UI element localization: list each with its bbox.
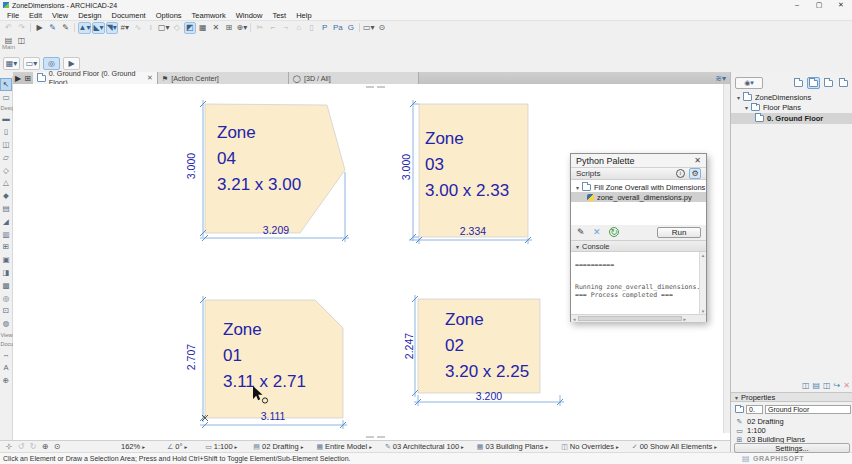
toolbox-tool[interactable]: ↔	[0, 348, 12, 361]
statusbar-dropdown[interactable]: ▤ 02 Drafting ▸	[253, 442, 303, 451]
caret-down-icon[interactable]: ▾	[737, 94, 740, 101]
tab-overview-dropdown[interactable]: ≋▾	[715, 74, 726, 83]
toolbar-icon[interactable]: ✂	[254, 22, 266, 34]
toolbar-icon[interactable]: ≀	[145, 22, 157, 34]
toolbar-icon[interactable]: ✎	[60, 22, 72, 34]
info-icon[interactable]: i	[676, 169, 685, 178]
menu-item[interactable]: View	[47, 11, 73, 20]
scale-row[interactable]: ▭ 1:100	[731, 426, 852, 435]
dim-zone03-width[interactable]: 2.334	[460, 225, 486, 237]
toolbox-tool[interactable]: ▯	[0, 125, 12, 138]
tab-3d-all[interactable]: ◯ [3D / All]	[289, 72, 419, 84]
toolbar-icon[interactable]: ◫	[16, 34, 28, 46]
scroll-up-icon[interactable]: ▴	[702, 252, 705, 258]
toolbar-icon[interactable]: ◣▾	[92, 22, 104, 34]
toolbar-icon[interactable]: ▶	[34, 22, 46, 34]
statusbar-dropdown[interactable]: ▦ Entire Model ▸	[316, 442, 372, 451]
scroll-down-icon[interactable]: ▾	[702, 308, 705, 314]
toolbox-tool[interactable]: ▥	[0, 228, 12, 241]
scroll-left-icon[interactable]: ◂	[573, 316, 576, 322]
menu-item[interactable]: Test	[267, 11, 291, 20]
maximize-button[interactable]: ▢	[808, 1, 830, 9]
statusbar-tool-icon[interactable]: ↻	[27, 442, 39, 451]
zone-01-stamp[interactable]: Zone 01 3.11 x 2.71	[223, 317, 306, 395]
dim-zone02-width[interactable]: 3.200	[476, 390, 502, 402]
reload-icon[interactable]: ↻	[609, 227, 619, 237]
settings-button[interactable]: Settings...	[734, 443, 850, 453]
floor-name-field[interactable]	[765, 405, 851, 414]
tree-item-ground-floor[interactable]: 0. Ground Floor	[731, 113, 852, 124]
menu-item[interactable]: Document	[107, 11, 151, 20]
run-button[interactable]: Run	[657, 227, 701, 238]
quick-option-button[interactable]: ▭▾	[23, 57, 40, 70]
gear-icon[interactable]: ⚙	[689, 168, 701, 179]
toolbox-tool[interactable]: ▬	[0, 113, 12, 126]
console-header[interactable]: ▾ Console	[571, 240, 706, 252]
scroll-right-icon[interactable]: ▸	[684, 316, 687, 322]
toolbox-tool[interactable]: ▣	[0, 253, 12, 266]
dim-zone03-height[interactable]: 3.000	[400, 154, 412, 180]
console-horizontal-scrollbar[interactable]: ◂ ▸	[571, 314, 706, 322]
menu-item[interactable]: Teamwork	[187, 11, 231, 20]
edit-script-icon[interactable]: ✎	[577, 227, 585, 237]
statusbar-tool-icon[interactable]: ⊕	[39, 442, 51, 451]
toolbox-tool[interactable]: ⊡	[0, 305, 12, 318]
toolbox-tool[interactable]: ◇	[0, 164, 12, 177]
toolbox-tool[interactable]: ▤	[0, 202, 12, 215]
zone-03-stamp[interactable]: Zone 03 3.00 x 2.33	[425, 126, 509, 204]
zone-02-stamp[interactable]: Zone 02 3.20 x 2.25	[445, 307, 529, 385]
toolbar-icon[interactable]: ◥▾	[106, 22, 118, 34]
statusbar-tool-icon[interactable]: ⊹	[3, 442, 15, 451]
floor-number-field[interactable]	[746, 405, 763, 414]
toolbox-tool[interactable]: ▭	[0, 91, 12, 104]
toolbar-icon[interactable]: ↷	[16, 22, 28, 34]
toolbar-icon[interactable]: ⊞	[223, 22, 235, 34]
dim-zone01-width[interactable]: 3.111	[261, 410, 286, 422]
toolbox-tool[interactable]: ◎	[0, 292, 12, 305]
toolbox-tool[interactable]: ◍	[0, 317, 12, 330]
toolbox-tool[interactable]: ◫	[0, 138, 12, 151]
statusbar-dropdown[interactable]: ✓ 00 Show All Elements ▸	[632, 442, 717, 451]
statusbar-tool-icon[interactable]: ↺	[15, 442, 27, 451]
toolbar-icon[interactable]: ▯	[306, 22, 318, 34]
menu-item[interactable]: Window	[231, 11, 268, 20]
quick-option-button[interactable]: ▶	[63, 57, 80, 70]
toolbar-icon[interactable]: #▾	[119, 22, 131, 34]
pointer-icon[interactable]: ▶	[15, 74, 21, 83]
publisher-icon[interactable]	[837, 77, 850, 89]
layout-book-icon[interactable]	[822, 77, 835, 89]
tab-ground-floor[interactable]: 0. Ground Floor (0. Ground Floor) ✕	[33, 72, 158, 84]
toolbar-icon[interactable]: ⌂	[293, 22, 305, 34]
scale-dropdown[interactable]: ▭ 1:100 ▸	[205, 442, 237, 451]
toolbox-tool[interactable]: ▩	[0, 279, 12, 292]
toolbar-icon[interactable]: ∿	[132, 22, 144, 34]
close-button[interactable]: ✕	[830, 1, 852, 9]
toolbox-tool[interactable]: ▱	[0, 151, 12, 164]
properties-action-icon[interactable]: ◫	[823, 381, 831, 390]
menu-item[interactable]: Edit	[24, 11, 47, 20]
grid-icon[interactable]: ⊞	[24, 74, 31, 83]
properties-header[interactable]: ▾ Properties	[731, 392, 852, 402]
menu-item[interactable]: Options	[151, 11, 187, 20]
toolbar-icon[interactable]: ✕	[210, 22, 222, 34]
caret-down-icon[interactable]: ▾	[745, 104, 748, 111]
console-vertical-scrollbar[interactable]: ▴ ▾	[699, 252, 706, 314]
view-map-icon[interactable]	[807, 77, 820, 89]
delete-script-icon[interactable]: ✕	[593, 227, 601, 237]
toolbox-tool[interactable]: ◨	[0, 266, 12, 279]
toolbar-icon[interactable]: ▦	[197, 22, 209, 34]
toolbar-icon[interactable]: P	[319, 22, 331, 34]
quick-option-button[interactable]: ◎	[43, 57, 60, 70]
toolbar-icon[interactable]: ▲▾	[78, 22, 92, 34]
dim-zone01-height[interactable]: 2.707	[185, 344, 197, 370]
script-file-row[interactable]: zone_overall_dimensions.py	[571, 192, 706, 202]
toolbox-tool[interactable]: ◆	[0, 189, 12, 202]
teamwork-button[interactable]: ◉▾	[735, 77, 763, 89]
dim-zone02-height[interactable]: 2.247	[403, 333, 415, 359]
toolbar-icon[interactable]: ¬	[280, 22, 292, 34]
toolbox-tool[interactable]: ⊞	[0, 241, 12, 254]
minimize-button[interactable]: –	[786, 1, 808, 9]
python-palette-titlebar[interactable]: Python Palette ✕	[571, 154, 706, 167]
toolbar-icon[interactable]: ▢▾	[158, 22, 170, 34]
toolbar-icon[interactable]: ◩	[184, 22, 196, 34]
